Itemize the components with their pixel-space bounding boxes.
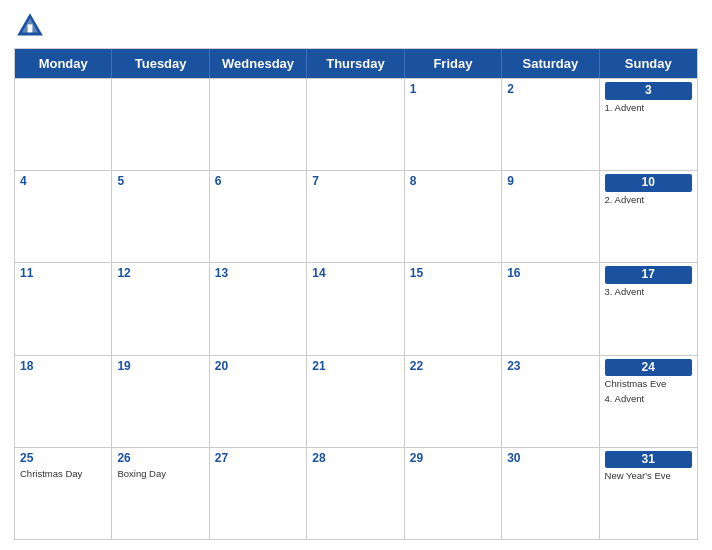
day-header-thursday: Thursday (307, 49, 404, 78)
day-event: Christmas Eve (605, 378, 692, 390)
day-number: 8 (410, 174, 496, 190)
day-cell: 19 (112, 356, 209, 447)
day-cell: 24Christmas Eve4. Advent (600, 356, 697, 447)
day-cell: 28 (307, 448, 404, 539)
day-number: 27 (215, 451, 301, 467)
week-row: 111213141516173. Advent (15, 262, 697, 354)
calendar: MondayTuesdayWednesdayThursdayFridaySatu… (14, 48, 698, 540)
day-cell: 31. Advent (600, 79, 697, 170)
day-cell: 4 (15, 171, 112, 262)
day-cell (210, 79, 307, 170)
day-number: 29 (410, 451, 496, 467)
day-cell: 14 (307, 263, 404, 354)
day-cell: 9 (502, 171, 599, 262)
day-number: 30 (507, 451, 593, 467)
day-event: 3. Advent (605, 286, 692, 298)
day-cell: 15 (405, 263, 502, 354)
header (14, 10, 698, 42)
calendar-header: MondayTuesdayWednesdayThursdayFridaySatu… (15, 49, 697, 78)
calendar-body: 1231. Advent456789102. Advent11121314151… (15, 78, 697, 539)
day-cell: 173. Advent (600, 263, 697, 354)
day-number: 12 (117, 266, 203, 282)
day-cell: 21 (307, 356, 404, 447)
day-number: 13 (215, 266, 301, 282)
week-row: 456789102. Advent (15, 170, 697, 262)
svg-rect-2 (28, 24, 33, 32)
day-number: 14 (312, 266, 398, 282)
day-cell: 5 (112, 171, 209, 262)
day-number: 3 (605, 82, 692, 100)
day-cell: 29 (405, 448, 502, 539)
day-cell (307, 79, 404, 170)
day-number: 2 (507, 82, 593, 98)
day-number: 20 (215, 359, 301, 375)
day-cell: 25Christmas Day (15, 448, 112, 539)
day-number: 28 (312, 451, 398, 467)
day-cell: 27 (210, 448, 307, 539)
day-number: 1 (410, 82, 496, 98)
day-number: 6 (215, 174, 301, 190)
day-cell (112, 79, 209, 170)
day-cell: 20 (210, 356, 307, 447)
day-cell: 16 (502, 263, 599, 354)
day-cell: 18 (15, 356, 112, 447)
day-cell: 23 (502, 356, 599, 447)
day-cell: 102. Advent (600, 171, 697, 262)
day-cell: 30 (502, 448, 599, 539)
day-number: 10 (605, 174, 692, 192)
day-number: 21 (312, 359, 398, 375)
day-number: 7 (312, 174, 398, 190)
day-header-friday: Friday (405, 49, 502, 78)
day-number: 11 (20, 266, 106, 282)
day-cell: 7 (307, 171, 404, 262)
day-number: 23 (507, 359, 593, 375)
week-row: 18192021222324Christmas Eve4. Advent (15, 355, 697, 447)
day-event: 2. Advent (605, 194, 692, 206)
day-cell: 12 (112, 263, 209, 354)
day-event: New Year's Eve (605, 470, 692, 482)
day-event: Christmas Day (20, 468, 106, 480)
day-number: 22 (410, 359, 496, 375)
day-number: 18 (20, 359, 106, 375)
day-number: 25 (20, 451, 106, 467)
day-cell (15, 79, 112, 170)
day-header-sunday: Sunday (600, 49, 697, 78)
day-cell: 31New Year's Eve (600, 448, 697, 539)
day-number: 5 (117, 174, 203, 190)
logo (14, 10, 50, 42)
day-cell: 1 (405, 79, 502, 170)
day-cell: 11 (15, 263, 112, 354)
day-number: 26 (117, 451, 203, 467)
day-cell: 2 (502, 79, 599, 170)
day-number: 15 (410, 266, 496, 282)
day-number: 17 (605, 266, 692, 284)
day-cell: 22 (405, 356, 502, 447)
calendar-page: MondayTuesdayWednesdayThursdayFridaySatu… (0, 0, 712, 550)
day-cell: 8 (405, 171, 502, 262)
day-number: 19 (117, 359, 203, 375)
day-event: 1. Advent (605, 102, 692, 114)
day-number: 24 (605, 359, 692, 377)
day-cell: 13 (210, 263, 307, 354)
day-number: 4 (20, 174, 106, 190)
day-header-monday: Monday (15, 49, 112, 78)
day-header-tuesday: Tuesday (112, 49, 209, 78)
week-row: 25Christmas Day26Boxing Day2728293031New… (15, 447, 697, 539)
day-event: Boxing Day (117, 468, 203, 480)
day-header-wednesday: Wednesday (210, 49, 307, 78)
day-cell: 6 (210, 171, 307, 262)
day-cell: 26Boxing Day (112, 448, 209, 539)
day-number: 31 (605, 451, 692, 469)
week-row: 1231. Advent (15, 78, 697, 170)
day-event: 4. Advent (605, 393, 692, 405)
day-number: 16 (507, 266, 593, 282)
day-header-saturday: Saturday (502, 49, 599, 78)
day-number: 9 (507, 174, 593, 190)
logo-icon (14, 10, 46, 42)
